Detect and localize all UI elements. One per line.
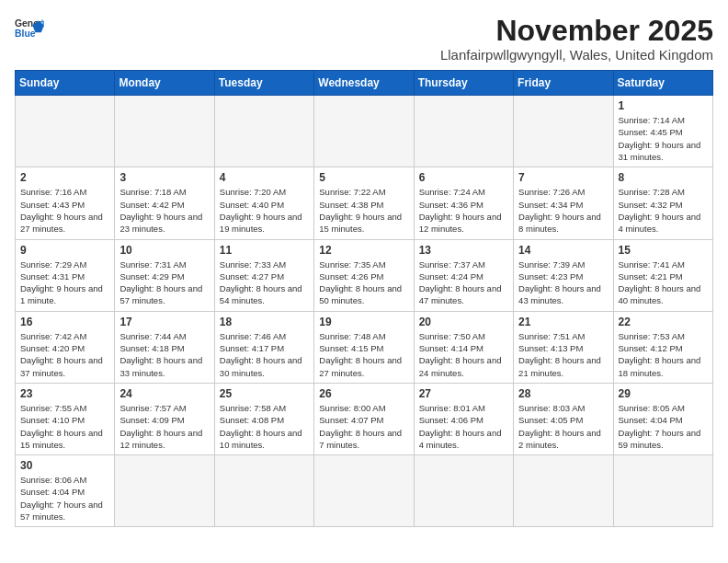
day-info: Sunrise: 7:46 AM Sunset: 4:17 PM Dayligh… [220,330,309,379]
calendar-cell: 7Sunrise: 7:26 AM Sunset: 4:34 PM Daylig… [514,167,613,239]
day-number: 12 [319,244,408,257]
calendar-cell: 4Sunrise: 7:20 AM Sunset: 4:40 PM Daylig… [214,167,313,239]
calendar-cell: 21Sunrise: 7:51 AM Sunset: 4:13 PM Dayli… [514,311,613,383]
day-info: Sunrise: 7:18 AM Sunset: 4:42 PM Dayligh… [119,186,209,235]
calendar-cell: 27Sunrise: 8:01 AM Sunset: 4:06 PM Dayli… [414,383,513,454]
title-block: November 2025 Llanfairpwllgwyngyll, Wale… [440,15,713,63]
calendar-cell: 5Sunrise: 7:22 AM Sunset: 4:38 PM Daylig… [314,167,414,239]
calendar-cell: 13Sunrise: 7:37 AM Sunset: 4:24 PM Dayli… [414,239,513,311]
day-number: 2 [20,171,109,184]
calendar-cell [314,455,414,527]
day-number: 19 [319,316,408,328]
day-number: 8 [619,171,708,184]
calendar-cell [414,96,513,167]
logo: General Blue [15,15,44,44]
calendar-cell [514,96,613,167]
day-number: 11 [220,244,309,257]
calendar-cell: 12Sunrise: 7:35 AM Sunset: 4:26 PM Dayli… [314,239,414,311]
calendar-header-monday: Monday [115,71,214,96]
calendar-cell: 24Sunrise: 7:57 AM Sunset: 4:09 PM Dayli… [115,383,214,454]
calendar-cell: 19Sunrise: 7:48 AM Sunset: 4:15 PM Dayli… [314,311,414,383]
day-info: Sunrise: 7:41 AM Sunset: 4:21 PM Dayligh… [619,259,708,307]
calendar-cell [115,455,214,527]
day-number: 27 [419,387,508,400]
day-number: 26 [319,387,408,400]
day-number: 4 [220,171,309,184]
day-info: Sunrise: 7:48 AM Sunset: 4:15 PM Dayligh… [319,330,408,379]
day-number: 5 [319,171,408,184]
day-info: Sunrise: 7:26 AM Sunset: 4:34 PM Dayligh… [518,186,608,235]
calendar-cell: 2Sunrise: 7:16 AM Sunset: 4:43 PM Daylig… [16,167,115,239]
day-number: 15 [619,244,708,257]
calendar-cell: 3Sunrise: 7:18 AM Sunset: 4:42 PM Daylig… [115,167,214,239]
day-info: Sunrise: 7:16 AM Sunset: 4:43 PM Dayligh… [20,186,109,235]
day-number: 22 [619,316,708,328]
calendar-week-0: 1Sunrise: 7:14 AM Sunset: 4:45 PM Daylig… [16,96,713,167]
day-info: Sunrise: 7:42 AM Sunset: 4:20 PM Dayligh… [20,330,109,379]
calendar-cell: 6Sunrise: 7:24 AM Sunset: 4:36 PM Daylig… [414,167,513,239]
day-info: Sunrise: 8:05 AM Sunset: 4:04 PM Dayligh… [619,402,708,451]
day-number: 3 [119,171,209,184]
day-info: Sunrise: 7:35 AM Sunset: 4:26 PM Dayligh… [319,259,408,307]
day-info: Sunrise: 8:00 AM Sunset: 4:07 PM Dayligh… [319,402,408,451]
day-info: Sunrise: 7:29 AM Sunset: 4:31 PM Dayligh… [20,259,109,307]
day-number: 25 [220,387,309,400]
day-info: Sunrise: 7:22 AM Sunset: 4:38 PM Dayligh… [319,186,408,235]
calendar-cell: 28Sunrise: 8:03 AM Sunset: 4:05 PM Dayli… [514,383,613,454]
calendar-cell: 30Sunrise: 8:06 AM Sunset: 4:04 PM Dayli… [16,455,115,527]
calendar-header-wednesday: Wednesday [314,71,414,96]
day-number: 29 [619,387,708,400]
calendar-cell: 25Sunrise: 7:58 AM Sunset: 4:08 PM Dayli… [214,383,313,454]
calendar-week-1: 2Sunrise: 7:16 AM Sunset: 4:43 PM Daylig… [16,167,713,239]
calendar-header-sunday: Sunday [16,71,115,96]
calendar-cell: 15Sunrise: 7:41 AM Sunset: 4:21 PM Dayli… [613,239,712,311]
calendar-cell [16,96,115,167]
calendar-cell: 26Sunrise: 8:00 AM Sunset: 4:07 PM Dayli… [314,383,414,454]
day-info: Sunrise: 7:58 AM Sunset: 4:08 PM Dayligh… [220,402,309,451]
day-info: Sunrise: 7:53 AM Sunset: 4:12 PM Dayligh… [619,330,708,379]
day-number: 14 [518,244,608,257]
calendar-cell: 1Sunrise: 7:14 AM Sunset: 4:45 PM Daylig… [613,96,712,167]
day-number: 20 [419,316,508,328]
calendar-week-4: 23Sunrise: 7:55 AM Sunset: 4:10 PM Dayli… [16,383,713,454]
calendar-cell: 11Sunrise: 7:33 AM Sunset: 4:27 PM Dayli… [214,239,313,311]
calendar-header-friday: Friday [514,71,613,96]
calendar-header-saturday: Saturday [613,71,712,96]
calendar-header-tuesday: Tuesday [214,71,313,96]
calendar-cell: 9Sunrise: 7:29 AM Sunset: 4:31 PM Daylig… [16,239,115,311]
day-number: 9 [20,244,109,257]
calendar-cell: 17Sunrise: 7:44 AM Sunset: 4:18 PM Dayli… [115,311,214,383]
day-info: Sunrise: 7:24 AM Sunset: 4:36 PM Dayligh… [419,186,508,235]
day-info: Sunrise: 8:06 AM Sunset: 4:04 PM Dayligh… [20,474,109,523]
calendar-header-thursday: Thursday [414,71,513,96]
calendar-cell: 20Sunrise: 7:50 AM Sunset: 4:14 PM Dayli… [414,311,513,383]
day-info: Sunrise: 7:28 AM Sunset: 4:32 PM Dayligh… [619,186,708,235]
svg-text:Blue: Blue [15,29,36,39]
day-number: 21 [518,316,608,328]
day-number: 30 [20,459,109,472]
calendar-cell: 8Sunrise: 7:28 AM Sunset: 4:32 PM Daylig… [613,167,712,239]
day-info: Sunrise: 7:39 AM Sunset: 4:23 PM Dayligh… [518,259,608,307]
day-info: Sunrise: 7:33 AM Sunset: 4:27 PM Dayligh… [220,259,309,307]
calendar-cell: 23Sunrise: 7:55 AM Sunset: 4:10 PM Dayli… [16,383,115,454]
day-number: 13 [419,244,508,257]
day-info: Sunrise: 8:03 AM Sunset: 4:05 PM Dayligh… [518,402,608,451]
day-number: 10 [119,244,209,257]
calendar-cell [314,96,414,167]
day-number: 1 [619,99,708,112]
logo-icon: General Blue [15,15,44,44]
day-info: Sunrise: 7:50 AM Sunset: 4:14 PM Dayligh… [419,330,508,379]
calendar-cell [115,96,214,167]
day-number: 17 [119,316,209,328]
calendar-week-3: 16Sunrise: 7:42 AM Sunset: 4:20 PM Dayli… [16,311,713,383]
calendar-cell: 16Sunrise: 7:42 AM Sunset: 4:20 PM Dayli… [16,311,115,383]
day-info: Sunrise: 7:37 AM Sunset: 4:24 PM Dayligh… [419,259,508,307]
day-info: Sunrise: 7:20 AM Sunset: 4:40 PM Dayligh… [220,186,309,235]
calendar-cell: 22Sunrise: 7:53 AM Sunset: 4:12 PM Dayli… [613,311,712,383]
calendar-cell [414,455,513,527]
calendar-cell [613,455,712,527]
calendar-cell [214,455,313,527]
day-info: Sunrise: 7:57 AM Sunset: 4:09 PM Dayligh… [119,402,209,451]
day-info: Sunrise: 7:55 AM Sunset: 4:10 PM Dayligh… [20,402,109,451]
day-number: 16 [20,316,109,328]
